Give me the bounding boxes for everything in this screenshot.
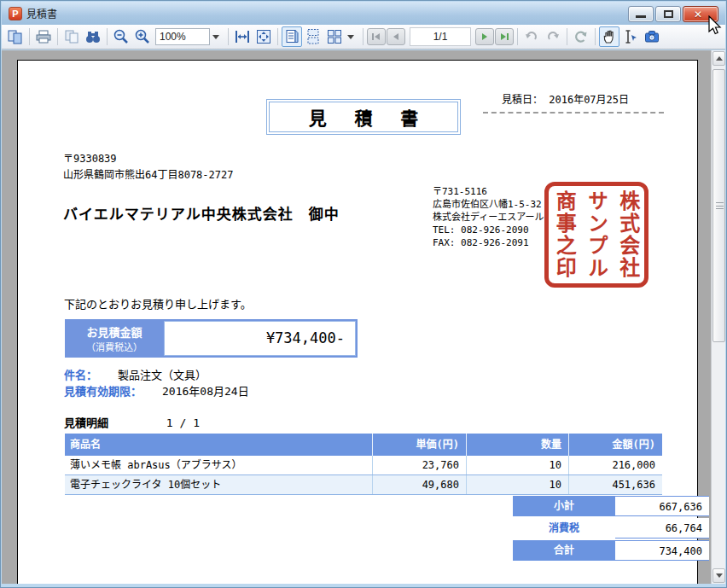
subtotal-row: 小計 667,636 bbox=[513, 496, 709, 516]
grand-total-value: 734,400 bbox=[615, 540, 709, 561]
zoom-combo-caret-icon[interactable] bbox=[212, 35, 219, 39]
fit-page-button[interactable] bbox=[253, 26, 274, 47]
document-title: 見 積 書 bbox=[266, 99, 461, 135]
previous-page-icon bbox=[391, 32, 401, 41]
continuous-view-icon bbox=[305, 28, 322, 45]
multi-page-view-button[interactable] bbox=[324, 26, 345, 47]
minimize-button[interactable] bbox=[628, 6, 654, 22]
separator bbox=[363, 28, 364, 45]
first-page-button[interactable] bbox=[367, 28, 386, 45]
subtotal-label: 小計 bbox=[513, 496, 615, 516]
refresh-icon bbox=[573, 28, 590, 45]
snapshot-camera-icon bbox=[643, 28, 660, 45]
copy-button[interactable] bbox=[61, 26, 82, 47]
fit-width-icon bbox=[234, 28, 251, 45]
header-quantity: 数量 bbox=[466, 434, 568, 456]
tax-row: 消費税 66,764 bbox=[513, 518, 709, 539]
hand-tool-button[interactable] bbox=[599, 26, 619, 47]
totals-block: 小計 667,636 消費税 66,764 合計 734,400 bbox=[513, 496, 709, 562]
stamp-column-right: 株式会社 bbox=[614, 190, 643, 279]
recipient-postal: 〒9330839 bbox=[63, 150, 117, 165]
continuous-view-button[interactable] bbox=[303, 26, 323, 47]
refresh-button[interactable] bbox=[571, 26, 591, 47]
export-icon bbox=[7, 28, 24, 45]
fit-width-button[interactable] bbox=[232, 26, 253, 47]
snapshot-button[interactable] bbox=[642, 26, 662, 47]
separator bbox=[567, 28, 567, 45]
stamp-column-middle: サンプル bbox=[581, 190, 611, 279]
select-text-button[interactable] bbox=[620, 26, 641, 47]
multi-page-caret-icon[interactable] bbox=[347, 35, 354, 39]
cell-unit-price: 23,760 bbox=[372, 456, 466, 474]
toolbar: 100% 1/1 bbox=[2, 25, 725, 49]
print-icon bbox=[35, 28, 52, 45]
scroll-down-button[interactable] bbox=[712, 568, 725, 583]
quote-date: 見積日： 2016年07月25日 bbox=[483, 90, 664, 114]
zoom-in-icon bbox=[134, 28, 151, 45]
print-button[interactable] bbox=[33, 26, 54, 47]
binoculars-icon bbox=[84, 28, 102, 45]
scroll-up-icon bbox=[716, 56, 723, 61]
minimize-icon bbox=[636, 15, 646, 18]
table-row: 電子チェックライタ 10個セット 49,680 10 451,636 bbox=[65, 475, 662, 495]
cell-product: 電子チェックライタ 10個セット bbox=[65, 475, 372, 494]
separator bbox=[517, 28, 518, 45]
separator bbox=[277, 28, 278, 45]
page-indicator[interactable]: 1/1 bbox=[410, 27, 471, 46]
first-page-icon bbox=[371, 32, 381, 41]
rotate-cw-button[interactable] bbox=[543, 26, 563, 47]
next-page-button[interactable] bbox=[475, 28, 494, 45]
export-button[interactable] bbox=[5, 26, 26, 47]
greeting-line: 下記のとおりお見積り申し上げます。 bbox=[64, 295, 252, 311]
separator bbox=[57, 28, 58, 45]
tax-value: 66,764 bbox=[615, 518, 709, 539]
single-page-view-button[interactable] bbox=[282, 26, 302, 47]
cell-quantity: 10 bbox=[466, 475, 568, 494]
subject-row: 件名：製品注文（文具） bbox=[64, 366, 206, 382]
zoom-in-button[interactable] bbox=[132, 26, 153, 47]
single-page-icon bbox=[283, 28, 300, 45]
header-product: 商品名 bbox=[65, 434, 372, 456]
amount-label: お見積金額 bbox=[65, 323, 164, 340]
find-button[interactable] bbox=[83, 26, 103, 47]
copy-icon bbox=[63, 28, 80, 45]
vertical-scrollbar[interactable] bbox=[711, 50, 725, 584]
table-header-row: 商品名 単価(円) 数量 金額(円) bbox=[65, 434, 662, 456]
amount-sublabel: （消費税込） bbox=[65, 340, 164, 353]
cell-quantity: 10 bbox=[466, 456, 568, 474]
previous-page-button[interactable] bbox=[387, 28, 405, 45]
zoom-out-button[interactable] bbox=[111, 26, 131, 47]
recipient-name: バイエルマテリアル中央株式会社 御中 bbox=[63, 202, 340, 224]
cell-amount: 216,000 bbox=[568, 456, 662, 474]
scroll-up-button[interactable] bbox=[712, 51, 725, 66]
quotation-page: 見 積 書 見積日： 2016年07月25日 〒9330839 山形県鶴岡市熊出… bbox=[17, 60, 698, 584]
separator bbox=[228, 28, 229, 45]
subject-label: 件名： bbox=[64, 369, 97, 381]
maximize-button[interactable] bbox=[655, 6, 681, 22]
close-button[interactable]: ✕ bbox=[683, 6, 718, 22]
last-page-icon bbox=[499, 32, 509, 41]
last-page-button[interactable] bbox=[495, 28, 514, 45]
document-area: 見 積 書 見積日： 2016年07月25日 〒9330839 山形県鶴岡市熊出… bbox=[2, 50, 725, 584]
next-page-icon bbox=[480, 32, 490, 41]
zoom-level-combo[interactable]: 100% bbox=[155, 28, 210, 45]
quote-date-label: 見積日： bbox=[502, 94, 543, 106]
titlebar[interactable]: P 見積書 ✕ bbox=[2, 2, 725, 25]
header-unit-price: 単価(円) bbox=[372, 434, 466, 456]
scrollbar-thumb[interactable] bbox=[712, 69, 725, 342]
table-row: 薄いメモ帳 abrAsus（アブラサス） 23,760 10 216,000 bbox=[65, 456, 662, 475]
fit-page-icon bbox=[255, 28, 272, 45]
header-amount: 金額(円) bbox=[568, 434, 662, 456]
rotate-ccw-icon bbox=[523, 28, 540, 45]
hand-tool-icon bbox=[601, 28, 618, 45]
rotate-ccw-button[interactable] bbox=[521, 26, 542, 47]
total-amount-box: お見積金額 （消費税込） ¥734,400- bbox=[65, 319, 358, 358]
tax-label: 消費税 bbox=[513, 518, 615, 539]
select-text-icon bbox=[622, 28, 639, 45]
company-seal-stamp: 株式会社 サンプル 商事之印 bbox=[544, 182, 648, 288]
subtotal-value: 667,636 bbox=[615, 496, 709, 516]
detail-label: 見積明細 bbox=[64, 416, 108, 429]
expiry-value: 2016年08月24日 bbox=[162, 385, 249, 398]
scrollbar-grip-icon bbox=[716, 202, 724, 209]
cell-amount: 451,636 bbox=[568, 475, 662, 494]
